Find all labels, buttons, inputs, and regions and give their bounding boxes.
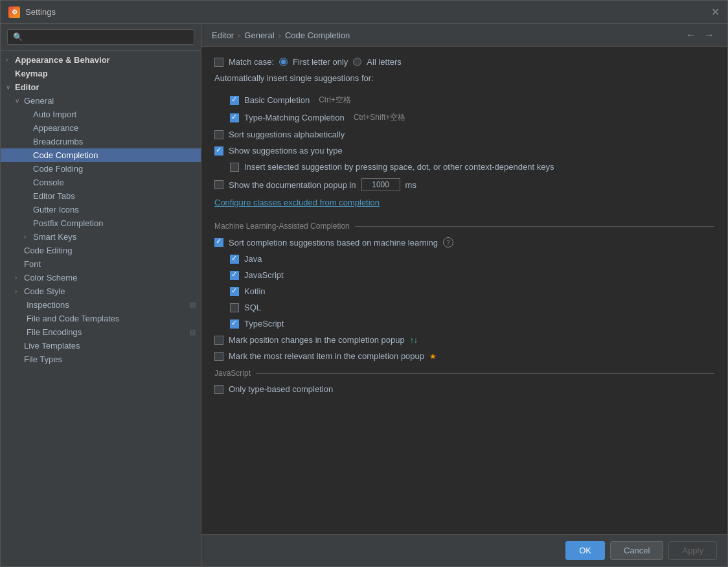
sidebar-item-file-encodings[interactable]: File Encodings ▤ [1,325,201,339]
ml-typescript-row: TypeScript [214,319,714,329]
sidebar-item-keymap[interactable]: Keymap [1,67,201,80]
sidebar-item-label: Code Style [24,286,196,296]
ml-java-checkbox[interactable] [230,255,239,264]
configure-link-row: Configure classes excluded from completi… [214,198,714,214]
breadcrumb-code-completion: Code Completion [285,30,350,40]
mark-position-row: Mark position changes in the completion … [214,335,714,345]
sidebar-item-label: Live Templates [24,341,196,351]
sidebar-item-postfix-completion[interactable]: Postfix Completion [1,216,201,230]
match-case-checkbox[interactable] [214,58,223,67]
content-area: › Appearance & Behavior Keymap ∨ Editor … [1,24,727,566]
sidebar-item-appearance-behavior[interactable]: › Appearance & Behavior [1,53,201,67]
ml-kotlin-label: Kotlin [244,286,266,296]
sidebar: › Appearance & Behavior Keymap ∨ Editor … [1,24,201,566]
sidebar-item-label: File and Code Templates [27,314,120,323]
pin-icon: ▤ [189,328,196,336]
auto-insert-section: Automatically insert single suggestions … [214,73,714,88]
mark-relevant-checkbox[interactable] [214,352,223,361]
close-button[interactable]: ✕ [711,6,720,18]
mark-position-checkbox[interactable] [214,336,223,345]
js-section-title: JavaScript [214,369,714,378]
ml-js-label: JavaScript [244,270,284,280]
show-suggestions-label: Show suggestions as you type [229,146,343,156]
first-letter-label: First letter only [293,57,348,67]
sidebar-item-label: Smart Keys [33,232,196,242]
breadcrumb-editor: Editor [212,30,234,40]
type-matching-row: Type-Matching Completion Ctrl+Shift+空格 [214,112,714,123]
sidebar-item-general[interactable]: ∨ General [1,94,201,108]
expand-arrow: › [15,274,24,281]
search-input[interactable] [7,29,194,45]
back-button[interactable]: ← [683,29,699,41]
mark-position-label: Mark position changes in the completion … [229,335,405,345]
match-case-row: Match case: First letter only All letter… [214,57,714,67]
sidebar-item-label: Auto Import [33,110,196,119]
breadcrumb: Editor › General › Code Completion ← → [201,24,727,47]
forward-button[interactable]: → [701,29,717,41]
sidebar-item-color-scheme[interactable]: › Color Scheme [1,271,201,284]
sidebar-item-font[interactable]: Font [1,257,201,271]
match-case-label: Match case: [229,57,274,67]
sidebar-item-breadcrumbs[interactable]: Breadcrumbs [1,135,201,148]
breadcrumb-sep: › [238,30,240,40]
settings-content: Match case: First letter only All letter… [201,47,727,534]
sidebar-item-code-folding[interactable]: Code Folding [1,162,201,176]
ml-kotlin-checkbox[interactable] [230,287,239,296]
configure-exclusions-link[interactable]: Configure classes excluded from completi… [214,198,380,207]
sidebar-item-gutter-icons[interactable]: Gutter Icons [1,203,201,216]
show-suggestions-checkbox[interactable] [214,146,223,156]
sidebar-item-editor-tabs[interactable]: Editor Tabs [1,189,201,203]
js-type-based-checkbox[interactable] [214,385,223,394]
search-box [1,24,201,51]
ml-sql-label: SQL [244,303,261,312]
arrows-icon: ↑↓ [410,336,418,345]
sidebar-item-live-templates[interactable]: Live Templates [1,339,201,353]
ml-java-row: Java [214,254,714,264]
pin-icon: ▤ [189,301,196,309]
basic-completion-checkbox[interactable] [230,96,239,105]
show-suggestions-row: Show suggestions as you type [214,146,714,156]
sort-alpha-row: Sort suggestions alphabetically [214,130,714,139]
first-letter-radio[interactable] [279,58,288,66]
ml-sql-checkbox[interactable] [230,303,239,312]
sidebar-item-inspections[interactable]: Inspections ▤ [1,298,201,312]
sidebar-item-label: Font [24,259,196,269]
sidebar-item-appearance[interactable]: Appearance [1,121,201,135]
sidebar-item-code-completion[interactable]: Code Completion [1,148,201,162]
expand-arrow: › [6,56,15,64]
ml-js-row: JavaScript [214,270,714,280]
sidebar-item-file-code-templates[interactable]: File and Code Templates [1,312,201,325]
expand-arrow: › [24,233,33,240]
sidebar-item-label: File Encodings [27,327,82,337]
main-panel: Editor › General › Code Completion ← → M… [201,24,727,566]
all-letters-radio[interactable] [353,58,361,66]
apply-button[interactable]: Apply [668,541,717,560]
cancel-button[interactable]: Cancel [610,541,663,560]
ok-button[interactable]: OK [565,541,605,560]
insert-selected-label: Insert selected suggestion by pressing s… [244,162,554,172]
expand-arrow: ∨ [6,84,15,91]
sort-alpha-checkbox[interactable] [214,130,223,139]
sidebar-item-editor[interactable]: ∨ Editor [1,80,201,94]
ml-js-checkbox[interactable] [230,271,239,280]
type-matching-checkbox[interactable] [230,113,239,122]
sidebar-item-console[interactable]: Console [1,176,201,189]
ml-sort-checkbox[interactable] [214,238,223,247]
sidebar-item-label: Code Completion [33,150,196,160]
ml-typescript-checkbox[interactable] [230,319,239,329]
sidebar-item-auto-import[interactable]: Auto Import [1,108,201,121]
show-doc-popup-checkbox[interactable] [214,180,223,189]
insert-selected-checkbox[interactable] [230,163,239,172]
expand-arrow: ∨ [15,97,24,104]
mark-relevant-row: Mark the most relevant item in the compl… [214,351,714,361]
sidebar-item-smart-keys[interactable]: › Smart Keys [1,230,201,244]
sidebar-item-label: Console [33,178,196,187]
sidebar-item-label: File Types [24,354,196,364]
doc-popup-value-input[interactable] [361,178,400,191]
sidebar-item-label: Keymap [15,69,196,78]
help-icon[interactable]: ? [443,237,453,248]
sidebar-item-code-editing[interactable]: Code Editing [1,244,201,257]
insert-selected-row: Insert selected suggestion by pressing s… [214,162,714,172]
sidebar-item-code-style[interactable]: › Code Style [1,284,201,298]
sidebar-item-file-types[interactable]: File Types [1,353,201,366]
